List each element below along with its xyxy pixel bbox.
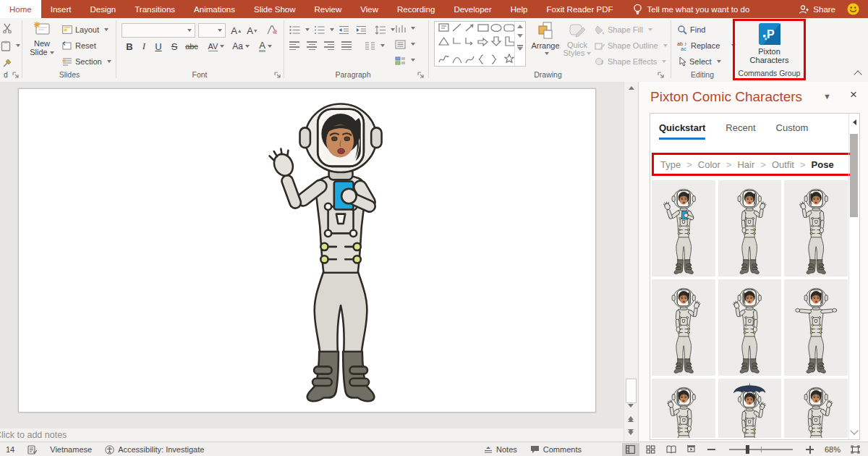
scroll-up-icon[interactable] bbox=[629, 86, 634, 90]
scrollbar-thumb[interactable] bbox=[626, 379, 637, 403]
decrease-indent-button[interactable] bbox=[339, 22, 349, 37]
pose-tile-walk[interactable] bbox=[718, 180, 782, 276]
pane-scrollbar[interactable] bbox=[848, 114, 859, 439]
zoom-out-button[interactable] bbox=[703, 443, 720, 456]
layout-button[interactable]: Layout bbox=[62, 22, 109, 37]
tab-recording[interactable]: Recording bbox=[388, 0, 444, 18]
tab-animations[interactable]: Animations bbox=[184, 0, 244, 18]
text-direction-button[interactable] bbox=[395, 21, 415, 35]
breadcrumb-hair[interactable]: Hair bbox=[720, 159, 754, 170]
shrink-font-button[interactable]: A▼ bbox=[246, 22, 259, 38]
tab-review[interactable]: Review bbox=[305, 0, 352, 18]
justify-button[interactable] bbox=[341, 38, 352, 53]
grow-font-button[interactable]: A▲ bbox=[230, 22, 243, 38]
scroll-down-icon[interactable] bbox=[628, 404, 634, 408]
italic-button[interactable]: I bbox=[137, 38, 150, 54]
strikethrough-button[interactable]: S bbox=[168, 38, 181, 54]
pose-tile-gesture[interactable] bbox=[718, 279, 782, 376]
astronaut-character-image[interactable] bbox=[259, 90, 422, 410]
zoom-slider[interactable] bbox=[729, 449, 793, 450]
font-color-button[interactable]: A bbox=[255, 38, 276, 54]
zoom-level-button[interactable]: 68% bbox=[825, 445, 841, 454]
notes-pane[interactable]: Click to add notes bbox=[0, 428, 624, 442]
breadcrumb-color[interactable]: Color bbox=[681, 159, 720, 170]
change-case-button[interactable]: Aa bbox=[230, 38, 252, 54]
shape-outline-button[interactable]: Shape Outline bbox=[595, 38, 668, 53]
breadcrumb-type[interactable]: Type bbox=[660, 159, 681, 170]
pose-tile-wave-high[interactable] bbox=[784, 379, 848, 438]
language-button[interactable]: Vietnamese bbox=[50, 445, 92, 454]
paste-options-button[interactable] bbox=[1, 38, 20, 53]
task-pane-close-icon[interactable]: × bbox=[850, 88, 857, 102]
comments-toggle-button[interactable]: Comments bbox=[530, 445, 582, 454]
dialog-launcher-icon[interactable] bbox=[12, 71, 20, 80]
tab-transitions[interactable]: Transitions bbox=[125, 0, 184, 18]
clear-formatting-button[interactable] bbox=[265, 22, 279, 38]
section-button[interactable]: Section bbox=[62, 54, 111, 69]
spell-check-button[interactable] bbox=[27, 445, 37, 455]
feedback-smiley-icon[interactable] bbox=[847, 0, 868, 18]
tab-home[interactable]: Home bbox=[0, 0, 41, 18]
columns-button[interactable] bbox=[365, 38, 385, 53]
pose-tile-point[interactable] bbox=[652, 279, 715, 376]
dialog-launcher-icon[interactable] bbox=[273, 71, 282, 80]
tab-quickstart[interactable]: Quickstart bbox=[659, 122, 705, 140]
character-spacing-button[interactable]: AV bbox=[204, 38, 229, 54]
slide-show-view-button[interactable] bbox=[683, 443, 700, 456]
gallery-more-icon[interactable] bbox=[517, 45, 523, 46]
task-pane-menu-icon[interactable]: ▼ bbox=[823, 92, 831, 101]
shapes-gallery[interactable] bbox=[434, 21, 526, 67]
increase-indent-button[interactable] bbox=[356, 22, 367, 37]
bullets-button[interactable] bbox=[289, 22, 310, 37]
shape-fill-button[interactable]: Shape Fill bbox=[595, 22, 652, 37]
quick-styles-button[interactable]: Quick Styles bbox=[563, 21, 592, 57]
pane-collapse-arrow-icon[interactable] bbox=[853, 119, 856, 125]
reset-button[interactable]: Reset bbox=[62, 38, 96, 53]
find-button[interactable]: Find bbox=[677, 22, 705, 37]
align-left-button[interactable] bbox=[289, 38, 299, 53]
pose-tile-walk-wave[interactable] bbox=[784, 180, 848, 276]
line-spacing-button[interactable] bbox=[375, 22, 395, 37]
accessibility-button[interactable]: Accessibility: Investigate bbox=[105, 445, 204, 455]
arrange-button[interactable]: Arrange bbox=[529, 21, 561, 55]
pixton-characters-button[interactable]: P Pixton Characters bbox=[741, 23, 798, 64]
tab-insert[interactable]: Insert bbox=[41, 0, 81, 18]
tab-design[interactable]: Design bbox=[80, 0, 125, 18]
gallery-scroll-up-icon[interactable] bbox=[517, 25, 523, 28]
convert-to-smartart-button[interactable] bbox=[395, 53, 415, 67]
pane-scroll-more-icon[interactable] bbox=[850, 426, 858, 434]
pose-tile-umbrella[interactable] bbox=[718, 379, 782, 438]
replace-button[interactable]: ab ac Replace bbox=[677, 38, 736, 53]
tab-slide-show[interactable]: Slide Show bbox=[244, 0, 305, 18]
tell-me-box[interactable]: Tell me what you want to do bbox=[633, 0, 750, 18]
align-right-button[interactable] bbox=[324, 38, 334, 53]
slide-scrollbar[interactable] bbox=[624, 82, 638, 442]
tab-view[interactable]: View bbox=[351, 0, 388, 18]
bold-button[interactable]: B bbox=[123, 38, 136, 54]
fit-slide-to-window-button[interactable] bbox=[846, 443, 864, 456]
slide-sorter-view-button[interactable] bbox=[642, 443, 660, 456]
align-text-button[interactable] bbox=[395, 37, 415, 51]
breadcrumb-outfit[interactable]: Outfit bbox=[754, 159, 794, 170]
tab-foxit-reader-pdf[interactable]: Foxit Reader PDF bbox=[537, 0, 622, 18]
font-size-combobox[interactable] bbox=[198, 23, 226, 38]
format-painter-button[interactable] bbox=[2, 56, 12, 70]
normal-view-button[interactable] bbox=[622, 443, 639, 456]
tab-custom[interactable]: Custom bbox=[776, 122, 809, 140]
font-name-combobox[interactable] bbox=[122, 23, 195, 38]
zoom-slider-handle[interactable] bbox=[746, 445, 749, 454]
breadcrumb-pose[interactable]: Pose bbox=[794, 159, 834, 170]
gallery-scroll-down-icon[interactable] bbox=[517, 34, 523, 38]
new-slide-button[interactable]: New Slide bbox=[25, 21, 59, 56]
pose-tile-arms-out[interactable] bbox=[784, 279, 848, 376]
share-button[interactable]: Share bbox=[799, 0, 847, 18]
notes-toggle-button[interactable]: Notes bbox=[484, 445, 517, 454]
underline-button[interactable]: U bbox=[152, 38, 165, 54]
text-shadow-button[interactable]: abc bbox=[182, 38, 201, 54]
tab-recent[interactable]: Recent bbox=[726, 122, 755, 140]
zoom-in-button[interactable] bbox=[801, 443, 819, 456]
numbering-button[interactable] bbox=[314, 22, 334, 37]
dialog-launcher-icon[interactable] bbox=[657, 71, 665, 80]
collapse-ribbon-button[interactable] bbox=[854, 70, 861, 78]
previous-slide-button[interactable] bbox=[624, 416, 637, 422]
